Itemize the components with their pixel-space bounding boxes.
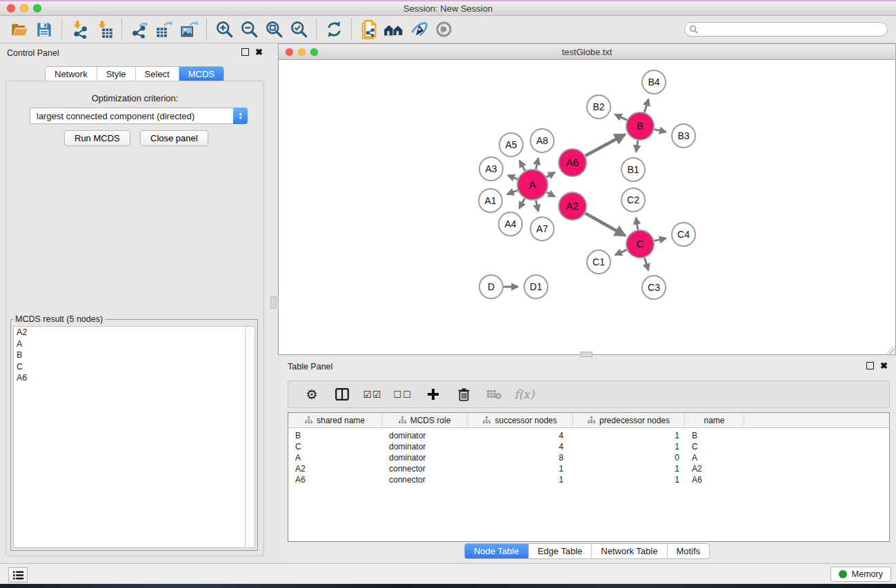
- horizontal-splitter-handle[interactable]: [580, 352, 593, 357]
- export-table-icon[interactable]: [152, 18, 177, 41]
- graph-node-B[interactable]: B: [626, 112, 654, 140]
- close-table-panel-icon[interactable]: ✖: [880, 362, 888, 369]
- delete-table-icon[interactable]: [479, 389, 509, 400]
- table-row[interactable]: Adominator80A: [288, 452, 889, 463]
- hide-annotations-icon[interactable]: [406, 18, 431, 41]
- open-session-icon[interactable]: [7, 18, 32, 41]
- graph-edge-C-C1[interactable]: [615, 250, 627, 254]
- delete-trash-icon[interactable]: [448, 388, 479, 401]
- graph-edge-A-A1[interactable]: [507, 190, 517, 194]
- graph-edge-A-A6[interactable]: [546, 172, 555, 177]
- show-view-icon[interactable]: [431, 18, 456, 41]
- graph-edge-A-A4[interactable]: [519, 199, 525, 208]
- export-network-icon[interactable]: [127, 18, 152, 41]
- memory-button[interactable]: Memory: [830, 567, 891, 582]
- import-network-icon[interactable]: [67, 18, 92, 41]
- float-table-panel-icon[interactable]: [866, 362, 874, 369]
- graph-node-A5[interactable]: A5: [499, 133, 523, 156]
- graph-node-B3[interactable]: B3: [672, 124, 695, 148]
- graph-node-C4[interactable]: C4: [672, 223, 695, 246]
- graph-node-A1[interactable]: A1: [479, 189, 502, 212]
- graph-edge-A-A7[interactable]: [536, 201, 539, 212]
- column-header-successor-nodes[interactable]: successor nodes: [468, 413, 573, 427]
- result-list-item[interactable]: B: [14, 349, 255, 361]
- tab-network[interactable]: Network: [46, 67, 97, 81]
- search-input[interactable]: [684, 22, 888, 37]
- result-list-item[interactable]: A2: [14, 327, 255, 338]
- table-row[interactable]: A2connector11A2: [288, 463, 889, 474]
- task-history-button[interactable]: [8, 567, 28, 582]
- column-header-name[interactable]: name: [685, 413, 744, 427]
- save-session-icon[interactable]: [32, 18, 57, 41]
- graph-node-C2[interactable]: C2: [621, 188, 645, 212]
- column-header-mcds-role[interactable]: MCDS role: [382, 413, 468, 427]
- graph-edge-A-A5[interactable]: [519, 161, 525, 171]
- zoom-out-icon[interactable]: [237, 18, 261, 41]
- graph-node-B4[interactable]: B4: [642, 70, 666, 94]
- graph-edge-A-A8[interactable]: [536, 158, 539, 169]
- table-tab-motifs[interactable]: Motifs: [667, 544, 709, 558]
- close-panel-icon[interactable]: ✖: [255, 48, 263, 56]
- graph-node-A[interactable]: A: [517, 170, 548, 200]
- result-list-scrollbar[interactable]: [245, 327, 255, 547]
- graph-node-D[interactable]: D: [479, 275, 503, 298]
- function-builder-icon[interactable]: f(x): [509, 387, 539, 401]
- graph-edge-A2-C[interactable]: [585, 213, 625, 236]
- column-header-predecessor-nodes[interactable]: predecessor nodes: [573, 413, 685, 427]
- zoom-fit-icon[interactable]: [261, 18, 286, 41]
- optimization-criterion-dropdown[interactable]: largest connected component (directed) ▲…: [30, 108, 248, 124]
- graph-edge-A-A3[interactable]: [508, 175, 517, 179]
- column-header-shared-name[interactable]: shared name: [288, 413, 382, 427]
- graph-edge-B-B1[interactable]: [636, 141, 638, 152]
- graph-node-A2[interactable]: A2: [559, 192, 586, 220]
- table-tab-node-table[interactable]: Node Table: [465, 544, 529, 558]
- close-panel-button[interactable]: Close panel: [140, 130, 208, 146]
- network-window-titlebar[interactable]: testGlobe.txt: [278, 43, 896, 60]
- graph-edge-A6-B[interactable]: [586, 134, 626, 156]
- graph-node-C[interactable]: C: [626, 230, 654, 258]
- graph-node-A7[interactable]: A7: [530, 217, 554, 241]
- cybrowser-home-icon[interactable]: [381, 18, 406, 41]
- table-settings-gear-icon[interactable]: ⚙: [297, 387, 327, 403]
- graph-node-A8[interactable]: A8: [530, 129, 554, 152]
- export-image-icon[interactable]: [177, 18, 201, 41]
- run-mcds-button[interactable]: Run MCDS: [64, 130, 130, 146]
- zoom-in-icon[interactable]: [212, 18, 237, 41]
- graph-node-C1[interactable]: C1: [587, 250, 610, 274]
- graph-node-A6[interactable]: A6: [559, 149, 586, 176]
- table-row[interactable]: Cdominator41C: [288, 441, 889, 452]
- tab-select[interactable]: Select: [136, 67, 179, 81]
- graph-edge-A-A2[interactable]: [546, 192, 555, 197]
- zoom-selected-icon[interactable]: [286, 18, 311, 41]
- tab-mcds[interactable]: MCDS: [179, 67, 223, 81]
- graph-edge-B-B2[interactable]: [615, 114, 627, 120]
- result-list-item[interactable]: A: [14, 338, 255, 350]
- tab-style[interactable]: Style: [97, 67, 136, 81]
- graph-node-D1[interactable]: D1: [524, 275, 548, 298]
- graph-edge-B-B4[interactable]: [644, 99, 648, 112]
- table-row[interactable]: Bdominator41B: [288, 430, 889, 441]
- table-row[interactable]: A6connector11A6: [288, 474, 889, 485]
- graph-node-A3[interactable]: A3: [479, 157, 503, 181]
- graph-edge-C-C3[interactable]: [644, 258, 648, 270]
- open-network-document-icon[interactable]: [357, 18, 381, 41]
- import-table-icon[interactable]: [92, 18, 117, 41]
- table-tab-network-table[interactable]: Network Table: [592, 544, 667, 558]
- graph-node-B2[interactable]: B2: [587, 95, 610, 119]
- graph-edge-C-C2[interactable]: [636, 218, 638, 230]
- result-list-item[interactable]: A6: [14, 372, 255, 384]
- graph-edge-C-C4[interactable]: [655, 239, 666, 241]
- refresh-layout-icon[interactable]: [321, 18, 346, 41]
- vertical-splitter-handle[interactable]: [270, 296, 277, 309]
- graph-node-B1[interactable]: B1: [621, 158, 645, 181]
- graph-node-A4[interactable]: A4: [499, 212, 522, 236]
- result-list-item[interactable]: C: [14, 361, 255, 373]
- float-panel-icon[interactable]: [241, 48, 249, 56]
- column-chooser-icon[interactable]: [327, 388, 357, 401]
- add-icon[interactable]: [418, 388, 448, 401]
- select-all-icon[interactable]: ☑☑: [357, 389, 388, 400]
- graph-edge-B-B3[interactable]: [655, 130, 666, 132]
- deselect-all-icon[interactable]: ☐☐: [388, 389, 418, 400]
- graph-node-C3[interactable]: C3: [642, 276, 666, 299]
- network-canvas[interactable]: AA1A2A3A4A5A6A7A8BB1B2B3B4CC1C2C3C4DD1: [278, 60, 896, 355]
